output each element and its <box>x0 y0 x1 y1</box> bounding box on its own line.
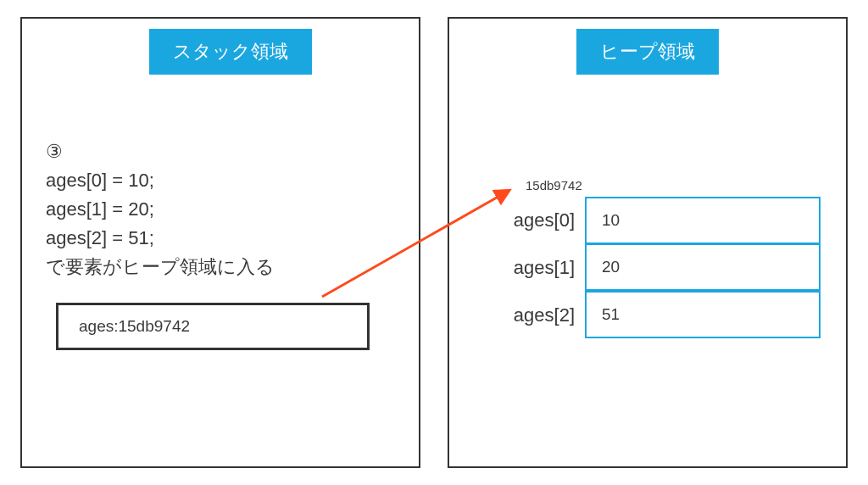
heap-row: ages[2] 51 <box>496 292 821 339</box>
heap-row-label: ages[2] <box>496 304 585 326</box>
stack-code-block: ③ ages[0] = 10; ages[1] = 20; ages[2] = … <box>46 137 275 282</box>
heap-cell: 20 <box>585 243 821 291</box>
stack-variable-box: ages:15db9742 <box>56 303 370 350</box>
heap-cell: 51 <box>585 291 821 338</box>
heap-cell-value: 20 <box>602 258 620 276</box>
code-line: ages[0] = 10; <box>46 166 275 195</box>
step-marker: ③ <box>46 137 275 166</box>
heap-row: ages[1] 20 <box>496 244 821 292</box>
code-line: ages[1] = 20; <box>46 195 275 224</box>
stack-panel: スタック領域 ③ ages[0] = 10; ages[1] = 20; age… <box>20 17 420 468</box>
code-line: で要素がヒープ領域に入る <box>46 253 275 282</box>
stack-title-text: スタック領域 <box>173 41 288 62</box>
heap-table: ages[0] 10 ages[1] 20 ages[2] 51 <box>496 197 821 339</box>
heap-title-text: ヒープ領域 <box>600 41 695 62</box>
heap-row-label: ages[1] <box>496 257 585 279</box>
heap-row-label: ages[0] <box>496 209 585 231</box>
stack-variable-text: ages:15db9742 <box>79 317 190 336</box>
heap-cell-value: 51 <box>602 305 620 324</box>
code-line: ages[2] = 51; <box>46 224 275 253</box>
heap-cell: 10 <box>585 197 821 244</box>
heap-row: ages[0] 10 <box>496 197 821 244</box>
heap-panel: ヒープ領域 15db9742 ages[0] 10 ages[1] 20 age… <box>448 17 848 468</box>
stack-title-badge: スタック領域 <box>149 29 312 75</box>
heap-cell-value: 10 <box>602 211 620 230</box>
heap-title-badge: ヒープ領域 <box>576 29 719 75</box>
heap-address-label: 15db9742 <box>526 178 582 192</box>
